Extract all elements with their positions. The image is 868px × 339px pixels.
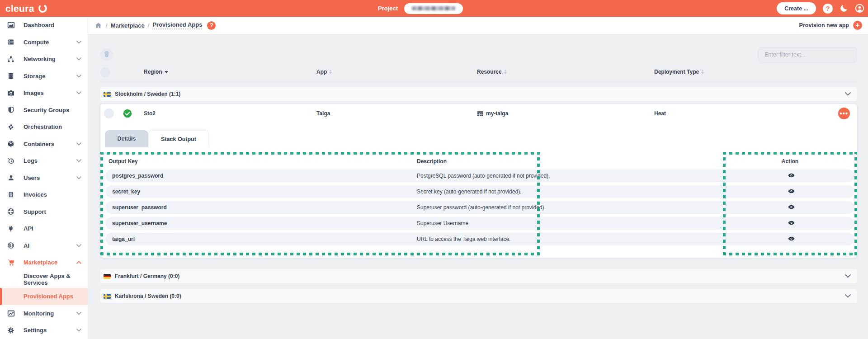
reveal-value-button[interactable] xyxy=(786,170,797,181)
output-key: superuser_password xyxy=(112,204,167,211)
sidebar-item-label: Orchestration xyxy=(24,123,62,130)
provisioned-app-card: Sto2 Taiga my-taiga Heat ••• Details Sta… xyxy=(100,104,857,258)
delete-selected-button[interactable] xyxy=(100,48,113,61)
eye-icon xyxy=(788,204,795,212)
column-header-app[interactable]: App xyxy=(316,69,332,75)
chevron-down-icon xyxy=(845,92,851,96)
column-label: Region xyxy=(144,69,162,75)
sidebar-item-compute[interactable]: Compute xyxy=(0,34,88,51)
apps-table-header: Region App Resource Deployment Type xyxy=(100,66,857,79)
output-description: URL to access the Taiga web interface. xyxy=(417,236,510,242)
column-header-resource[interactable]: Resource xyxy=(477,69,507,75)
sidebar-item-provisioned-apps[interactable]: Provisioned Apps xyxy=(0,288,88,305)
sidebar-item-support[interactable]: Support xyxy=(0,203,88,221)
logo-text: cleura xyxy=(5,3,34,14)
monitoring-chart-icon xyxy=(7,310,15,317)
eye-icon xyxy=(788,188,795,196)
region-group-karlskrona[interactable]: Karlskrona / Sweden (0:0) xyxy=(100,289,857,303)
trash-icon xyxy=(103,51,110,59)
breadcrumb-marketplace[interactable]: Marketplace xyxy=(111,22,145,29)
dark-mode-moon-icon[interactable] xyxy=(840,4,848,13)
header-divider xyxy=(100,81,857,81)
sidebar-item-api[interactable]: API xyxy=(0,220,88,237)
germany-flag-icon xyxy=(104,274,111,279)
sidebar-item-containers[interactable]: Containers xyxy=(0,136,88,153)
sidebar-item-monitoring[interactable]: Monitoring xyxy=(0,305,88,322)
tab-details[interactable]: Details xyxy=(105,130,148,147)
sort-desc-icon xyxy=(165,71,168,73)
column-header-deployment-type[interactable]: Deployment Type xyxy=(654,69,704,75)
reveal-value-button[interactable] xyxy=(786,218,797,229)
sidebar-item-ai[interactable]: AI xyxy=(0,237,88,254)
app-row-my-taiga[interactable]: Sto2 Taiga my-taiga Heat ••• xyxy=(100,104,857,123)
output-key: taiga_url xyxy=(112,236,135,242)
sidebar-item-label: Support xyxy=(24,208,46,215)
select-all-checkbox[interactable] xyxy=(100,67,110,77)
sidebar-item-invoices[interactable]: Invoices xyxy=(0,186,88,203)
home-icon[interactable] xyxy=(95,22,102,28)
output-description: PostgreSQL password (auto-generated if n… xyxy=(417,173,550,179)
row-checkbox[interactable] xyxy=(104,108,114,118)
region-group-frankfurt[interactable]: Frankfurt / Germany (0:0) xyxy=(100,269,857,283)
user-account-icon[interactable] xyxy=(855,4,864,13)
sidebar-item-discover-apps[interactable]: Discover Apps & Services xyxy=(0,271,88,288)
help-icon[interactable]: ? xyxy=(823,4,833,14)
status-success-icon xyxy=(123,109,132,118)
reveal-value-button[interactable] xyxy=(786,202,797,213)
row-actions-menu-button[interactable]: ••• xyxy=(838,108,850,119)
sidebar-item-orchestration[interactable]: Orchestration xyxy=(0,118,88,136)
sort-icon xyxy=(504,70,507,74)
cleura-logo-mark-icon xyxy=(38,3,48,14)
chevron-down-icon xyxy=(76,41,81,44)
sidebar-item-users[interactable]: Users xyxy=(0,170,88,187)
sidebar-item-marketplace[interactable]: Marketplace xyxy=(0,254,88,271)
create-button[interactable]: Create ... xyxy=(777,2,816,14)
output-description: Superuser Username xyxy=(417,220,468,226)
column-label: Resource xyxy=(477,69,502,75)
page-help-icon[interactable]: ? xyxy=(207,21,216,30)
chevron-down-icon xyxy=(76,159,81,162)
provision-new-app-button[interactable]: Provision new app + xyxy=(799,21,862,30)
sweden-flag-icon xyxy=(104,92,111,97)
filter-input[interactable] xyxy=(759,47,857,62)
chevron-down-icon xyxy=(76,57,81,61)
breadcrumb-provisioned-apps[interactable]: Provisioned Apps xyxy=(152,21,202,29)
stack-table-icon xyxy=(477,111,483,117)
chevron-down-icon xyxy=(76,75,81,78)
column-header-region[interactable]: Region xyxy=(144,69,168,75)
history-clock-icon xyxy=(7,157,15,165)
sidebar-item-label: Containers xyxy=(24,141,54,147)
column-label: Deployment Type xyxy=(654,69,699,75)
output-key: secret_key xyxy=(112,188,140,195)
chevron-down-icon xyxy=(76,142,81,146)
region-group-stockholm[interactable]: Stockholm / Sweden (1:1) xyxy=(100,87,857,101)
sidebar-item-storage[interactable]: Storage xyxy=(0,68,88,85)
sidebar-item-images[interactable]: Images xyxy=(0,85,88,102)
sidebar-item-label: API xyxy=(24,225,33,232)
sidebar-item-settings[interactable]: Settings xyxy=(0,322,88,339)
sort-icon xyxy=(329,70,332,74)
reveal-value-button[interactable] xyxy=(786,234,797,245)
cleura-logo[interactable]: cleura xyxy=(5,3,48,14)
sidebar-item-label: Compute xyxy=(24,39,49,46)
detail-tabs: Details Stack Output xyxy=(105,130,209,147)
region-group-label: Stockholm / Sweden (1:1) xyxy=(115,91,180,97)
project-name-redacted xyxy=(412,6,455,10)
sidebar-item-networking[interactable]: Networking xyxy=(0,51,88,68)
sidebar-item-label: Marketplace xyxy=(24,259,57,266)
plug-icon xyxy=(7,225,15,232)
breadcrumb-separator: / xyxy=(148,22,150,29)
tab-stack-output[interactable]: Stack Output xyxy=(148,130,209,147)
calculator-icon xyxy=(7,191,15,198)
project-name-pill[interactable] xyxy=(404,3,463,14)
camera-icon xyxy=(7,89,15,97)
sidebar-item-dashboard[interactable]: Dashboard xyxy=(0,17,88,34)
reveal-value-button[interactable] xyxy=(786,186,797,197)
storage-icon xyxy=(7,72,15,80)
sidebar-item-label: Networking xyxy=(24,56,56,62)
sidebar-item-logs[interactable]: Logs xyxy=(0,152,88,170)
sidebar-item-security-groups[interactable]: Security Groups xyxy=(0,102,88,119)
sidebar: Dashboard Compute Networking Storage Ima… xyxy=(0,17,88,339)
sidebar-item-label: Settings xyxy=(24,327,47,334)
chevron-down-icon xyxy=(76,312,81,315)
